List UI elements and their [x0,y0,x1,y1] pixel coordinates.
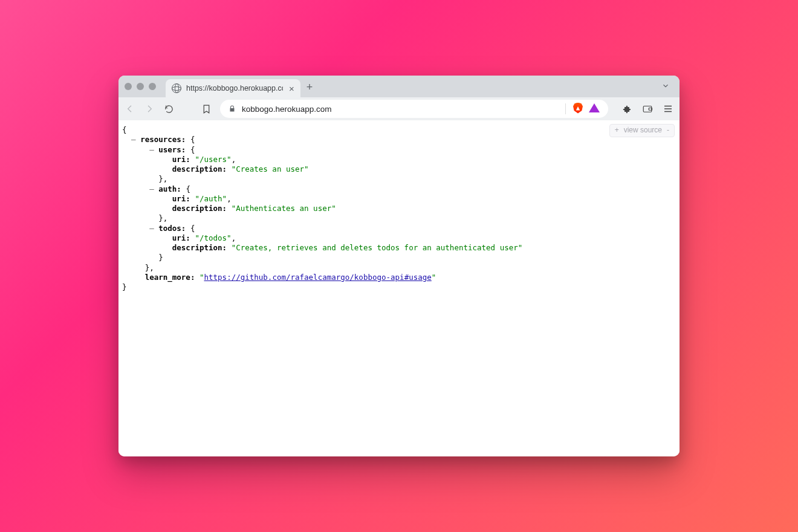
toolbar-divider [565,103,566,114]
toolbar: kobbogo.herokuapp.com [118,97,680,120]
lock-icon [229,105,236,112]
collapse-icon[interactable]: - [667,126,669,135]
wallet-icon[interactable] [642,103,653,114]
bookmark-button[interactable] [201,104,212,114]
brave-shield-icon[interactable] [573,103,583,115]
json-key-todos: todos: [158,224,186,233]
collapse-toggle[interactable]: – [131,135,136,144]
brave-rewards-icon[interactable] [589,103,600,114]
menu-icon[interactable] [663,103,673,114]
json-val-users-desc: "Creates an user" [232,164,309,174]
svg-rect-0 [643,106,652,112]
json-body: { – resources: { – users: { uri: "/users… [122,125,676,292]
close-tab-icon[interactable]: × [289,84,294,93]
json-key-description: description: [172,204,227,213]
json-key-uri: uri: [172,194,190,203]
collapse-toggle[interactable]: – [149,184,154,193]
window-controls [125,83,156,90]
collapse-toggle[interactable]: – [149,145,154,154]
maximize-window-dot[interactable] [149,83,156,90]
globe-icon [172,83,181,93]
json-val-todos-uri: "/todos" [195,233,231,242]
json-key-description: description: [172,243,227,252]
page-content: + view source - { – resources: { – users… [118,120,680,456]
view-source-widget[interactable]: + view source - [609,124,675,137]
json-val-todos-desc: "Creates, retrieves and deletes todos fo… [232,243,523,252]
tabs-dropdown-icon[interactable] [661,82,673,92]
json-val-users-uri: "/users" [195,155,231,164]
json-key-uri: uri: [172,233,190,242]
json-key-uri: uri: [172,155,190,164]
json-val-auth-desc: "Authenticates an user" [232,204,336,213]
collapse-toggle[interactable]: – [149,224,154,233]
back-button[interactable] [125,104,135,114]
browser-window: https://kobbogo.herokuapp.com × + kobbog… [118,76,680,456]
address-url: kobbogo.herokuapp.com [242,105,332,114]
json-key-resources: resources: [140,135,186,144]
reload-button[interactable] [163,104,174,114]
view-source-label: view source [624,126,662,135]
json-key-users: users: [158,145,186,154]
address-bar[interactable]: kobbogo.herokuapp.com [220,100,608,118]
forward-button[interactable] [144,104,155,114]
extensions-icon[interactable] [621,103,632,114]
tab-title: https://kobbogo.herokuapp.com [186,84,283,92]
new-tab-button[interactable]: + [307,81,313,94]
minimize-window-dot[interactable] [137,83,144,90]
json-key-learn-more: learn_more: [145,273,195,282]
close-window-dot[interactable] [125,83,132,90]
tab-bar: https://kobbogo.herokuapp.com × + [118,76,680,97]
learn-more-link[interactable]: https://github.com/rafaelcamargo/kobbogo… [204,273,432,282]
json-key-description: description: [172,164,227,174]
expand-icon[interactable]: + [615,126,619,135]
json-key-auth: auth: [158,184,181,193]
browser-tab[interactable]: https://kobbogo.herokuapp.com × [166,79,300,97]
json-val-auth-uri: "/auth" [195,194,227,203]
